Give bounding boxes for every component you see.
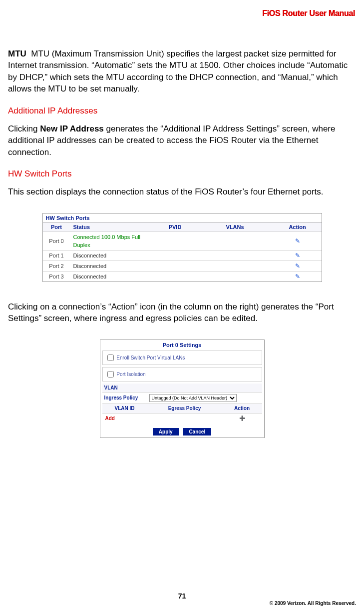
- new-ip-address-label: New IP Address: [40, 124, 104, 134]
- port-settings-title: Port 0 Settings: [102, 342, 262, 348]
- additional-ip-heading: Additional IP Addresses: [8, 106, 356, 116]
- additional-ip-pre: Clicking: [8, 124, 40, 134]
- status-cell: Connected 100.0 Mbps Full Duplex: [70, 233, 158, 249]
- col-vlan-id: VLAN ID: [102, 404, 147, 413]
- action-icon[interactable]: ✎: [278, 272, 318, 280]
- table-row: Port 1 Disconnected ✎: [43, 250, 322, 260]
- col-vlans: VLANs: [193, 222, 278, 232]
- status-cell: Disconnected: [70, 252, 158, 260]
- ingress-select[interactable]: Untagged (Do Not Add VLAN Header): [149, 394, 237, 402]
- enroll-label: Enroll Switch Port Virtual LANs: [116, 355, 185, 360]
- hw-switch-ports-panel: HW Switch Ports Port Status PVID VLANs A…: [42, 213, 322, 282]
- status-cell: Disconnected: [70, 272, 158, 280]
- mtu-text: MTU (Maximum Transmission Unit) specifie…: [8, 49, 348, 94]
- col-status: Status: [70, 222, 158, 232]
- table-row: Port 0 Connected 100.0 Mbps Full Duplex …: [43, 232, 322, 250]
- isolation-checkbox[interactable]: [107, 371, 114, 378]
- add-icon[interactable]: ➕: [222, 414, 262, 423]
- page-number: 71: [0, 592, 364, 600]
- cancel-button[interactable]: Cancel: [183, 428, 211, 436]
- add-link[interactable]: Add: [102, 414, 147, 423]
- manual-title: FiOS Router User Manual: [8, 9, 356, 18]
- vlan-columns-header: VLAN ID Egress Policy Action: [102, 404, 262, 413]
- port-settings-panel: Port 0 Settings Enroll Switch Port Virtu…: [100, 340, 265, 438]
- copyright: © 2009 Verizon. All Rights Reserved.: [270, 600, 356, 606]
- col-action2: Action: [222, 404, 262, 413]
- ingress-row: Ingress Policy Untagged (Do Not Add VLAN…: [102, 392, 262, 404]
- port-cell: Port 0: [43, 237, 70, 245]
- status-cell: Disconnected: [70, 262, 158, 270]
- vlan-add-row: Add ➕: [102, 413, 262, 423]
- hw-switch-panel-title: HW Switch Ports: [43, 214, 322, 222]
- apply-button[interactable]: Apply: [153, 428, 179, 436]
- action-icon[interactable]: ✎: [278, 262, 318, 270]
- hw-switch-heading: HW Switch Ports: [8, 169, 356, 179]
- col-action: Action: [278, 222, 318, 232]
- hw-switch-after: Clicking on a connection’s “Action” icon…: [8, 301, 356, 324]
- vlan-section-label: VLAN: [102, 384, 262, 392]
- col-port: Port: [43, 222, 70, 232]
- hw-switch-intro: This section displays the connection sta…: [8, 186, 356, 198]
- col-egress: Egress Policy: [147, 404, 222, 413]
- port-cell: Port 2: [43, 262, 70, 270]
- enroll-checkbox[interactable]: [107, 354, 114, 361]
- enroll-row[interactable]: Enroll Switch Port Virtual LANs: [102, 350, 262, 365]
- mtu-paragraph: MTU MTU (Maximum Transmission Unit) spec…: [8, 48, 356, 95]
- isolation-row[interactable]: Port Isolation: [102, 367, 262, 382]
- port-cell: Port 3: [43, 272, 70, 280]
- action-icon[interactable]: ✎: [278, 237, 318, 245]
- action-icon[interactable]: ✎: [278, 252, 318, 260]
- col-pvid: PVID: [158, 222, 193, 232]
- hw-switch-header-row: Port Status PVID VLANs Action: [43, 222, 322, 232]
- table-row: Port 3 Disconnected ✎: [43, 271, 322, 282]
- mtu-term: MTU: [8, 49, 26, 58]
- ingress-label: Ingress Policy: [104, 395, 149, 400]
- isolation-label: Port Isolation: [116, 372, 145, 377]
- table-row: Port 2 Disconnected ✎: [43, 260, 322, 271]
- additional-ip-paragraph: Clicking New IP Address generates the “A…: [8, 123, 356, 158]
- port-cell: Port 1: [43, 252, 70, 260]
